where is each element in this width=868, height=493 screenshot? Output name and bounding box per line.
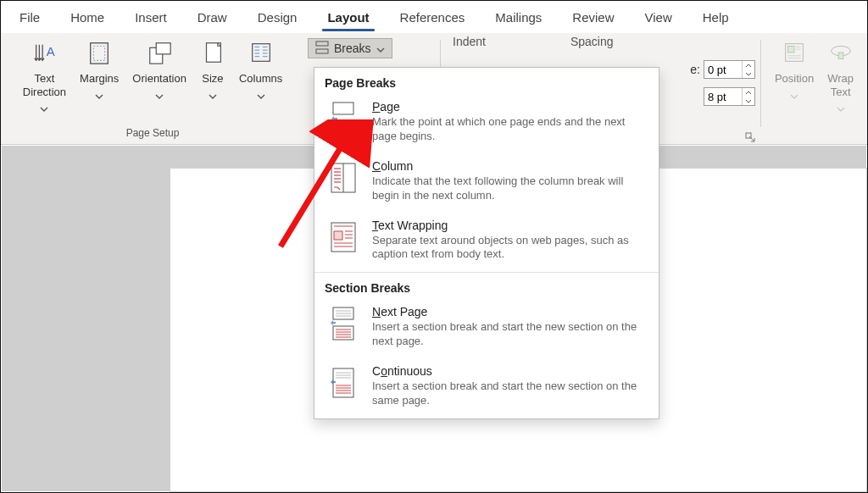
text-direction-button[interactable]: A TextDirection [16,36,73,115]
spacing-before-label-fragment: e: [690,63,700,76]
break-column-desc: Indicate that the text following the col… [372,174,647,203]
continuous-break-icon [326,364,360,402]
position-icon [782,40,807,69]
column-break-icon [326,159,360,197]
margins-label: Margins [80,72,119,86]
size-label: Size [202,72,223,86]
break-next-page-title: Next Page [372,305,647,319]
menu-bar: File Home Insert Draw Design Layout Refe… [1,1,867,33]
orientation-button[interactable]: Orientation [125,36,193,115]
orientation-label: Orientation [132,72,186,86]
svg-rect-4 [156,43,170,54]
break-text-wrapping-title: Text Wrapping [372,219,647,232]
breaks-label: Breaks [334,42,371,55]
margins-button[interactable]: Margins [73,36,125,115]
wrap-text-icon [828,40,854,69]
break-text-wrapping-desc: Separate text around objects on web page… [372,234,647,263]
position-label: Position [775,72,814,86]
svg-rect-2 [94,47,105,61]
spin-down-icon[interactable] [743,97,754,105]
dialog-launcher-icon[interactable] [745,130,755,141]
break-text-wrapping-item[interactable]: Text Wrapping Separate text around objec… [314,213,659,273]
orientation-icon [147,40,172,69]
tab-file[interactable]: File [4,3,55,31]
indent-label: Indent [453,35,486,48]
svg-rect-24 [838,53,843,59]
spacing-label: Spacing [570,35,614,48]
tab-home[interactable]: Home [55,3,120,31]
tab-references[interactable]: References [385,3,481,31]
page-breaks-header: Page Breaks [314,68,659,95]
chevron-down-icon [376,42,385,55]
tab-layout[interactable]: Layout [312,3,384,31]
page-break-icon [326,100,360,137]
break-column-item[interactable]: Column Indicate that the text following … [314,154,659,213]
spin-down-icon[interactable] [743,69,754,78]
chevron-down-icon [40,100,48,115]
break-page-title: Page [372,100,647,114]
break-column-title: Column [372,159,647,173]
break-continuous-desc: Insert a section break and start the new… [372,379,647,408]
chevron-down-icon [155,87,164,102]
tab-design[interactable]: Design [242,3,313,31]
size-icon [200,40,225,69]
svg-text:A: A [47,44,55,58]
tab-draw[interactable]: Draw [182,3,242,31]
svg-rect-25 [333,102,353,114]
svg-rect-26 [333,123,353,135]
breaks-button[interactable]: Breaks [308,38,392,58]
spacing-after-input[interactable] [704,91,742,103]
chevron-down-icon [837,100,845,115]
chevron-down-icon [257,87,265,102]
tab-help[interactable]: Help [687,3,744,31]
tab-mailings[interactable]: Mailings [480,3,557,31]
columns-button[interactable]: Columns [232,36,289,115]
svg-rect-6 [252,44,270,62]
wrap-text-label: WrapText [827,72,854,98]
chevron-down-icon [790,87,798,102]
section-breaks-header: Section Breaks [314,272,659,300]
next-page-break-icon [326,305,360,342]
break-next-page-item[interactable]: Next Page Insert a section break and sta… [314,300,659,359]
svg-rect-15 [316,42,328,46]
size-button[interactable]: Size [193,36,232,115]
position-button[interactable]: Position [768,36,821,115]
text-wrapping-break-icon [326,219,360,256]
svg-rect-46 [333,326,353,340]
tab-view[interactable]: View [630,3,687,31]
svg-rect-19 [788,47,795,53]
chevron-down-icon [95,87,103,102]
chevron-down-icon [209,87,217,102]
spacing-before-spin[interactable] [704,60,755,79]
columns-icon [248,40,274,69]
wrap-text-button[interactable]: WrapText [821,36,860,115]
svg-rect-35 [334,231,342,240]
svg-rect-1 [91,43,108,64]
page-setup-group-label: Page Setup [8,124,298,144]
text-direction-icon: A [31,40,57,69]
break-page-item[interactable]: Page Mark the point at which one page en… [314,95,659,154]
breaks-icon [315,41,329,57]
columns-label: Columns [239,72,282,86]
spin-up-icon[interactable] [743,88,754,97]
spin-up-icon[interactable] [743,61,754,69]
break-continuous-title: Continuous [372,364,647,378]
svg-rect-16 [316,49,328,53]
tab-review[interactable]: Review [557,3,629,31]
margins-icon [86,40,112,69]
break-next-page-desc: Insert a section break and start the new… [372,320,647,349]
break-continuous-item[interactable]: Continuous Insert a section break and st… [314,359,659,418]
text-direction-label: TextDirection [23,72,66,98]
spacing-before-input[interactable] [704,64,742,76]
spacing-after-spin[interactable] [704,87,755,106]
break-page-desc: Mark the point at which one page ends an… [372,115,647,144]
breaks-dropdown: Page Breaks Page Mark the point at which… [314,67,659,419]
tab-insert[interactable]: Insert [120,3,182,31]
